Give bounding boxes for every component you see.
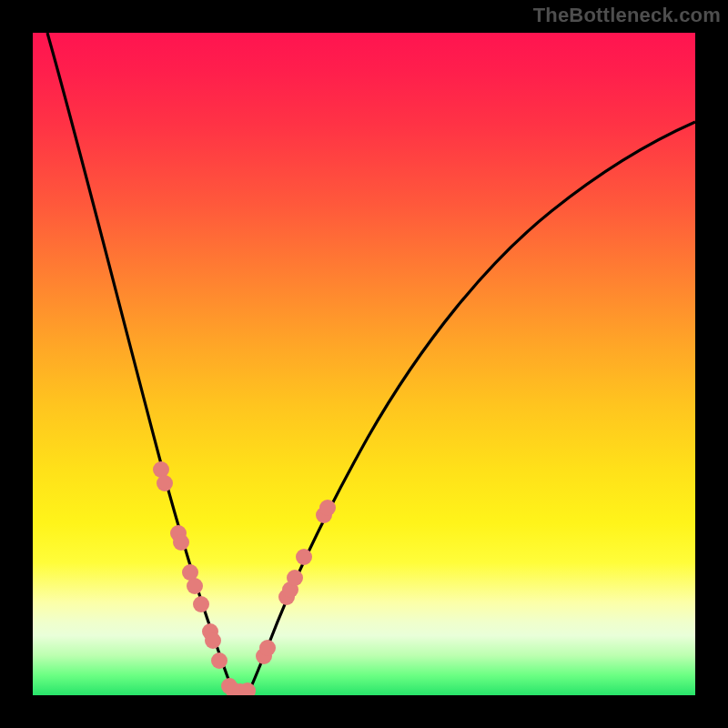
data-point: [157, 475, 173, 491]
data-point: [319, 500, 336, 516]
curve-left: [47, 33, 235, 694]
curves-layer: [33, 33, 695, 695]
data-point: [287, 570, 303, 586]
curve-right: [248, 122, 695, 694]
data-point: [187, 578, 203, 594]
scatter-points: [153, 461, 336, 695]
data-point: [296, 549, 312, 565]
data-point: [205, 632, 221, 649]
data-point: [211, 652, 228, 669]
chart-frame: TheBottleneck.com: [0, 0, 728, 728]
data-point: [193, 596, 209, 612]
data-point: [173, 534, 189, 551]
plot-area: [33, 33, 695, 695]
watermark-text: TheBottleneck.com: [533, 4, 721, 27]
data-point: [259, 640, 276, 656]
